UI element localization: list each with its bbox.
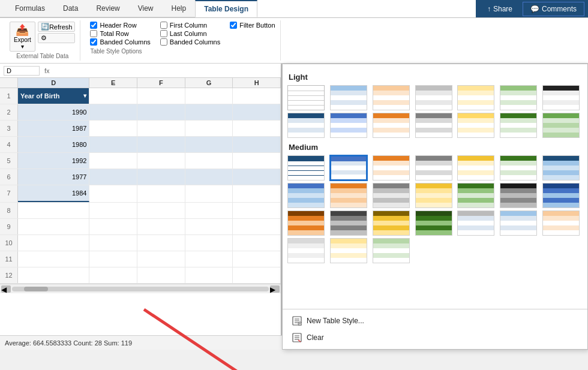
- style-thumb-med-7[interactable]: [542, 155, 580, 181]
- style-thumb-med-13[interactable]: [500, 183, 537, 208]
- col-header-f[interactable]: F: [137, 78, 185, 88]
- style-thumb-med-6[interactable]: [500, 155, 537, 181]
- horizontal-scrollbar[interactable]: ◀ ▶: [0, 284, 281, 293]
- style-thumb-light-10[interactable]: [373, 113, 410, 138]
- last-column-checkbox[interactable]: Last Column: [160, 30, 220, 37]
- cell-d3[interactable]: 1987: [18, 121, 89, 136]
- export-button[interactable]: 📤 Export ▾: [10, 22, 35, 52]
- cell-f6[interactable]: [137, 169, 185, 185]
- style-thumb-med-4[interactable]: [415, 155, 452, 181]
- style-thumb-med-21[interactable]: [542, 210, 580, 236]
- style-thumb-light-14[interactable]: [542, 113, 580, 138]
- clear-button[interactable]: Clear: [287, 330, 583, 345]
- cell-h4[interactable]: [233, 137, 281, 152]
- col-header-d[interactable]: D: [18, 78, 89, 88]
- style-thumb-med-9[interactable]: [330, 183, 367, 208]
- style-thumb-light-8[interactable]: [287, 113, 325, 138]
- cell-f8[interactable]: [137, 203, 185, 218]
- cell-d1[interactable]: Year of Birth ▾: [18, 88, 89, 104]
- cell-g3[interactable]: [185, 121, 233, 136]
- style-thumb-light-7[interactable]: [542, 85, 580, 110]
- style-thumb-med-18[interactable]: [415, 210, 452, 236]
- scroll-left-btn[interactable]: ◀: [1, 285, 11, 293]
- cell-h7[interactable]: [233, 185, 281, 202]
- cell-h3[interactable]: [233, 121, 281, 136]
- tab-help[interactable]: Help: [163, 0, 196, 17]
- cell-g6[interactable]: [185, 169, 233, 185]
- cell-e6[interactable]: [89, 169, 137, 185]
- cell-e5[interactable]: [89, 153, 137, 169]
- scrollbar-thumb[interactable]: [24, 287, 48, 291]
- scrollbar-track[interactable]: [12, 287, 269, 291]
- cell-g7[interactable]: [185, 185, 233, 202]
- cell-g8[interactable]: [185, 203, 233, 218]
- cell-e4[interactable]: [89, 137, 137, 152]
- cell-f4[interactable]: [137, 137, 185, 152]
- cell-g1[interactable]: [185, 88, 233, 104]
- cell-d2[interactable]: 1990: [18, 104, 89, 120]
- refresh-all-button[interactable]: ⚙: [38, 33, 76, 43]
- cell-h2[interactable]: [233, 104, 281, 120]
- cell-d9[interactable]: [18, 219, 89, 234]
- tab-table-design[interactable]: Table Design: [195, 0, 257, 17]
- banded-rows-checkbox[interactable]: Banded Columns: [90, 38, 150, 46]
- cell-e7[interactable]: [89, 185, 137, 202]
- style-thumb-med-20[interactable]: [500, 210, 537, 236]
- cell-e3[interactable]: [89, 121, 137, 136]
- cell-d6[interactable]: 1977: [18, 169, 89, 185]
- name-box[interactable]: [4, 66, 40, 76]
- col-header-g[interactable]: G: [185, 78, 233, 88]
- style-thumb-med-11[interactable]: [415, 183, 452, 208]
- style-thumb-light-6[interactable]: [500, 85, 537, 110]
- style-thumb-med-24[interactable]: [373, 238, 410, 263]
- style-thumb-light-4[interactable]: [415, 85, 452, 110]
- refresh-button[interactable]: 🔄 Refresh: [38, 22, 76, 32]
- style-thumb-med-23[interactable]: [330, 238, 367, 263]
- tab-data[interactable]: Data: [54, 0, 87, 17]
- header-row-checkbox[interactable]: Header Row: [90, 22, 150, 29]
- new-table-style-button[interactable]: New Table Style...: [287, 313, 583, 329]
- cell-f1[interactable]: [137, 88, 185, 104]
- style-thumb-med-1[interactable]: [287, 155, 325, 181]
- cell-d5[interactable]: 1992: [18, 153, 89, 169]
- style-thumb-med-16[interactable]: [330, 210, 367, 236]
- style-thumb-light-11[interactable]: [415, 113, 452, 138]
- cell-d8[interactable]: [18, 203, 89, 218]
- col-header-e[interactable]: E: [89, 78, 137, 88]
- tab-view[interactable]: View: [129, 0, 163, 17]
- style-thumb-light-2[interactable]: [330, 85, 367, 110]
- style-thumb-light-3[interactable]: [373, 85, 410, 110]
- style-thumb-med-12[interactable]: [457, 183, 494, 208]
- cell-f3[interactable]: [137, 121, 185, 136]
- style-thumb-med-3[interactable]: [373, 155, 410, 181]
- cell-d7[interactable]: 1984: [18, 185, 89, 202]
- banded-columns-checkbox[interactable]: Banded Columns Banded Columns: [160, 38, 220, 46]
- style-thumb-light-5[interactable]: [457, 85, 494, 110]
- cell-f2[interactable]: [137, 104, 185, 120]
- cell-g5[interactable]: [185, 153, 233, 169]
- style-thumb-med-17[interactable]: [373, 210, 410, 236]
- style-thumb-med-14[interactable]: [542, 183, 580, 208]
- cell-e1[interactable]: [89, 88, 137, 104]
- cell-f7[interactable]: [137, 185, 185, 202]
- cell-e8[interactable]: [89, 203, 137, 218]
- tab-review[interactable]: Review: [87, 0, 128, 17]
- style-thumb-med-8[interactable]: [287, 183, 325, 208]
- style-thumb-med-22[interactable]: [287, 238, 325, 263]
- style-thumb-med-19[interactable]: [457, 210, 494, 236]
- style-thumb-med-10[interactable]: [373, 183, 410, 208]
- comments-button[interactable]: 💬 Comments: [523, 2, 584, 16]
- style-thumb-med-5[interactable]: [457, 155, 494, 181]
- first-column-checkbox[interactable]: First Column: [160, 22, 220, 29]
- total-row-checkbox[interactable]: Total Row: [90, 30, 150, 37]
- style-thumb-light-1[interactable]: [287, 85, 325, 110]
- cell-g4[interactable]: [185, 137, 233, 152]
- style-thumb-med-15[interactable]: [287, 210, 325, 236]
- cell-h5[interactable]: [233, 153, 281, 169]
- filter-button-checkbox[interactable]: Filter Button: [230, 22, 275, 29]
- tab-formulas[interactable]: Formulas: [6, 0, 54, 17]
- cell-g2[interactable]: [185, 104, 233, 120]
- style-thumb-light-13[interactable]: [500, 113, 537, 138]
- style-thumb-med-2[interactable]: [330, 155, 367, 181]
- cell-h1[interactable]: [233, 88, 281, 104]
